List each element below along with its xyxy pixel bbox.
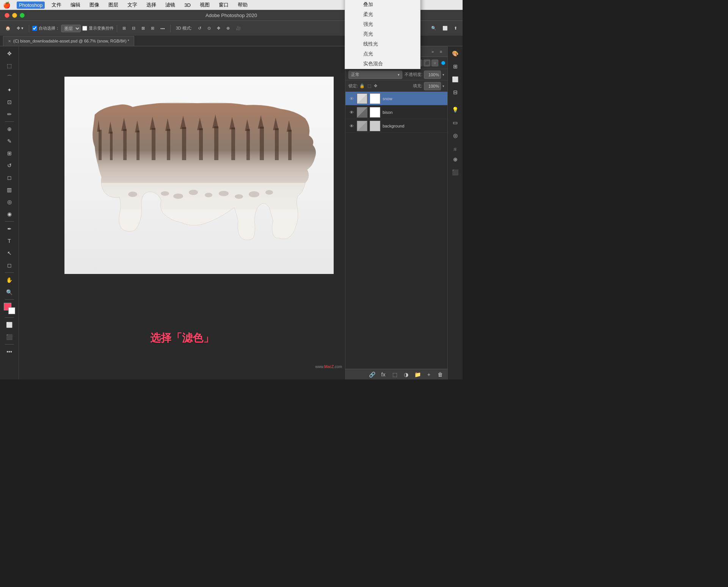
color-swatches[interactable] xyxy=(4,303,15,314)
hand-tool[interactable]: ✋ xyxy=(4,274,15,286)
panel-layers-btn[interactable]: ⬛ xyxy=(450,167,461,178)
blend-item-hard-light[interactable]: 强光 xyxy=(345,19,420,29)
panel-color-btn[interactable]: 🎨 xyxy=(450,48,461,59)
magic-wand-tool[interactable]: ✦ xyxy=(4,84,15,96)
search-btn[interactable]: 🔍 xyxy=(429,23,439,34)
blend-item-hard-mix[interactable]: 实色混合 xyxy=(345,59,420,69)
heal-tool[interactable]: ⊕ xyxy=(4,123,15,135)
menu-photoshop[interactable]: Photoshop xyxy=(17,2,45,9)
workspace-btn[interactable]: ⬜ xyxy=(440,23,450,34)
maximize-button[interactable] xyxy=(20,13,25,18)
blend-item-soft-light[interactable]: 柔光 xyxy=(345,9,420,19)
lock-position-icon[interactable]: ✥ xyxy=(374,83,377,88)
add-layer-btn[interactable]: + xyxy=(425,370,433,379)
layer-visibility-eye[interactable]: 👁 xyxy=(348,96,355,102)
panel-square-btn[interactable]: ⬜ xyxy=(450,74,461,85)
add-group-btn[interactable]: 📁 xyxy=(413,370,422,379)
blend-mode-btn[interactable]: 正常 ▾ xyxy=(348,71,402,79)
pen-tool[interactable]: ✒ xyxy=(4,223,15,234)
panel-light-btn[interactable]: 💡 xyxy=(450,104,461,115)
show-transform-checkbox[interactable] xyxy=(82,26,87,31)
panel-grid-btn[interactable]: ⊞ xyxy=(450,61,461,72)
zoom-tool[interactable]: 🔍 xyxy=(4,286,15,298)
share-btn[interactable]: ⬆ xyxy=(452,23,460,34)
move-tool-btn[interactable]: ✥ ▾ xyxy=(14,23,26,34)
menu-file[interactable]: 文件 xyxy=(49,1,64,9)
move-tool[interactable]: ✥ xyxy=(4,48,15,59)
apple-menu[interactable]: 🍎 xyxy=(3,2,11,9)
menu-layer[interactable]: 图层 xyxy=(106,1,121,9)
menu-help[interactable]: 帮助 xyxy=(235,1,250,9)
shape-tool[interactable]: ◻ xyxy=(4,260,15,271)
blend-mode-popup[interactable]: 正常 溶解 变暗 正片叠底 颜色加深 线性加深 深色 变亮 滤色 颜色减淡 线性… xyxy=(345,0,420,69)
extra-tools-btn[interactable]: ••• xyxy=(4,346,15,357)
blend-item-linear-light[interactable]: 线性光 xyxy=(345,39,420,49)
text-tool[interactable]: T xyxy=(4,235,15,247)
add-adjustment-btn[interactable]: ◑ xyxy=(402,370,410,379)
layer-item-snow[interactable]: 👁 snow xyxy=(345,92,447,105)
dodge-tool[interactable]: ◉ xyxy=(4,208,15,220)
fill-value[interactable]: 100% xyxy=(424,82,441,90)
gradient-tool[interactable]: ▥ xyxy=(4,184,15,195)
home-btn[interactable]: 🏠 xyxy=(3,23,13,34)
menu-view[interactable]: 视图 xyxy=(198,1,212,9)
align-left-btn[interactable]: ⊞ xyxy=(120,23,128,34)
panel-circle-btn[interactable]: ◎ xyxy=(450,130,461,141)
panel-grid2-btn[interactable]: ⊟ xyxy=(450,87,461,98)
document-tab[interactable]: ✕ (C) bison_downloadable-asset.psd @ 66.… xyxy=(3,36,134,46)
link-layers-btn[interactable]: 🔗 xyxy=(368,370,376,379)
add-mask-btn[interactable]: ⬚ xyxy=(391,370,399,379)
eyedropper-tool[interactable]: ✏ xyxy=(4,109,15,120)
minimize-button[interactable] xyxy=(12,13,17,18)
menu-3d[interactable]: 3D xyxy=(182,2,193,9)
tab-close-icon[interactable]: ✕ xyxy=(8,39,11,43)
stamp-tool[interactable]: ⊞ xyxy=(4,148,15,159)
select-tool[interactable]: ⬚ xyxy=(4,60,15,71)
quick-mask-btn[interactable]: ⬜ xyxy=(4,319,15,330)
align-right-btn[interactable]: ⊠ xyxy=(139,23,147,34)
3d-pan-btn[interactable]: ✥ xyxy=(215,23,223,34)
history-brush[interactable]: ↺ xyxy=(4,160,15,171)
lasso-tool[interactable]: ⌒ xyxy=(4,72,15,83)
blend-item-vivid-light[interactable]: 亮光 xyxy=(345,29,420,39)
close-button[interactable] xyxy=(5,13,9,18)
panel-node-btn[interactable]: ⊕ xyxy=(450,154,461,165)
menu-image[interactable]: 图像 xyxy=(87,1,102,9)
panel-rect-btn[interactable]: ▭ xyxy=(450,117,461,128)
3d-camera-btn[interactable]: 🎥 xyxy=(234,23,243,34)
menu-edit[interactable]: 编辑 xyxy=(68,1,83,9)
blend-item-pin-light[interactable]: 点光 xyxy=(345,49,420,59)
delete-layer-btn[interactable]: 🗑 xyxy=(436,370,444,379)
blend-mode-dropdown[interactable]: 正常 ▾ 正常 溶解 变暗 正片叠底 颜色加深 线性加深 深色 变 xyxy=(348,71,402,79)
filter-smart-icon[interactable]: ☆ xyxy=(431,60,438,66)
lock-icon[interactable]: 🔒 xyxy=(359,83,365,88)
path-select-tool[interactable]: ↖ xyxy=(4,247,15,259)
brush-tool[interactable]: ✎ xyxy=(4,135,15,147)
distribute-btn[interactable]: ⊞ xyxy=(149,23,157,34)
screen-mode-btn[interactable]: ⬛ xyxy=(4,331,15,343)
layers-expand-btn[interactable]: » xyxy=(429,48,436,55)
menu-select[interactable]: 选择 xyxy=(144,1,158,9)
menu-filter[interactable]: 滤镜 xyxy=(163,1,177,9)
blur-tool[interactable]: ◎ xyxy=(4,196,15,208)
3d-walk-btn[interactable]: ⊕ xyxy=(224,23,232,34)
lock-pixels-icon[interactable]: ⬚ xyxy=(367,83,371,88)
background-color[interactable] xyxy=(8,307,15,314)
menu-text[interactable]: 文字 xyxy=(125,1,140,9)
layer-visibility-eye[interactable]: 👁 xyxy=(348,109,355,115)
filter-shape-icon[interactable]: ⬛ xyxy=(424,60,430,66)
3d-orbit-btn[interactable]: ⊙ xyxy=(205,23,213,34)
auto-select-dropdown[interactable]: 图层 组 xyxy=(61,25,81,32)
auto-select-checkbox[interactable] xyxy=(32,26,37,31)
align-center-btn[interactable]: ⊟ xyxy=(130,23,138,34)
blend-item-overlay[interactable]: 叠加 xyxy=(345,0,420,9)
layer-item-bg[interactable]: 👁 background xyxy=(345,119,447,133)
more-btn[interactable]: ••• xyxy=(158,23,167,34)
3d-rotate-btn[interactable]: ↺ xyxy=(196,23,204,34)
opacity-value[interactable]: 100% xyxy=(424,71,441,79)
menu-window[interactable]: 窗口 xyxy=(217,1,231,9)
layer-item-bison[interactable]: 👁 bison xyxy=(345,105,447,119)
add-style-btn[interactable]: fx xyxy=(379,370,388,379)
eraser-tool[interactable]: ◻ xyxy=(4,172,15,183)
crop-tool[interactable]: ⊡ xyxy=(4,96,15,108)
